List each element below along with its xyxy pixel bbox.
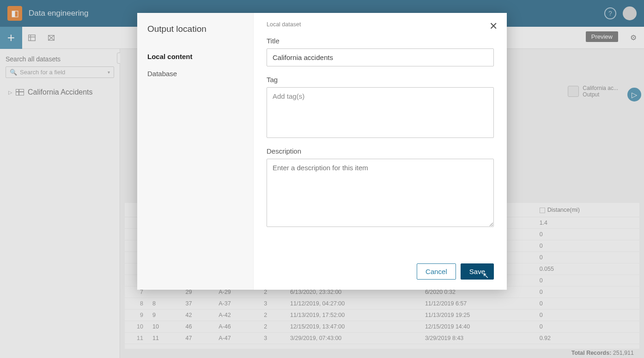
description-label: Description	[267, 147, 494, 155]
tag-input[interactable]: Add tag(s)	[267, 87, 494, 138]
cursor-icon: ↖	[483, 271, 489, 280]
description-input[interactable]	[267, 159, 494, 227]
cancel-button[interactable]: Cancel	[417, 263, 456, 280]
title-input[interactable]	[267, 48, 494, 66]
modal-subhead: Local dataset	[267, 21, 494, 28]
modal-body: Local dataset ✕ Title Tag Add tag(s) Des…	[254, 13, 507, 290]
modal-actions: Cancel Save ↖	[267, 252, 494, 280]
title-label: Title	[267, 37, 494, 45]
modal-sidebar: Output location Local content Database	[137, 13, 254, 290]
nav-local-content[interactable]: Local content	[147, 48, 243, 65]
output-location-modal: Output location Local content Database L…	[137, 13, 507, 290]
nav-database[interactable]: Database	[147, 65, 243, 82]
modal-title: Output location	[147, 24, 243, 34]
tag-label: Tag	[267, 76, 494, 84]
save-button[interactable]: Save ↖	[461, 263, 494, 280]
close-icon[interactable]: ✕	[489, 20, 498, 32]
